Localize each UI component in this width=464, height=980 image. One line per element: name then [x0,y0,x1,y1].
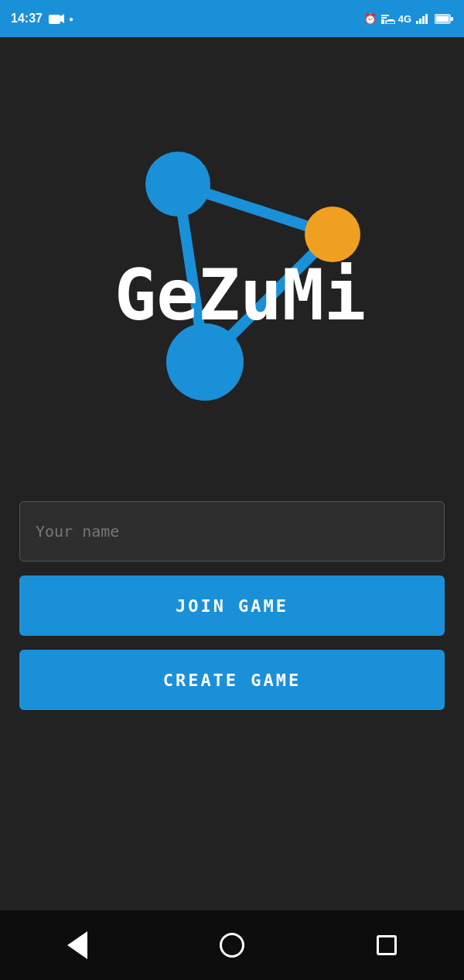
svg-rect-8 [419,19,421,24]
camera-icon [49,13,64,24]
svg-rect-2 [381,19,384,24]
svg-marker-1 [60,14,64,23]
cast-icon [381,13,395,24]
svg-rect-13 [436,15,449,22]
dot-icon: ● [69,15,73,23]
back-icon [67,931,87,959]
svg-rect-3 [381,17,387,19]
svg-rect-10 [425,14,428,24]
back-button[interactable] [58,926,97,965]
home-icon [220,933,244,958]
svg-rect-0 [49,15,60,24]
svg-text:GeZuMi: GeZuMi [114,254,366,336]
recents-button[interactable] [367,926,406,965]
nav-bar [0,910,464,980]
recents-icon [377,935,397,955]
join-game-button[interactable]: JOIN GAME [19,575,445,636]
main-content: GeZuMi JOIN GAME CREATE GAME [0,37,464,910]
battery-icon [435,14,453,24]
svg-rect-7 [416,21,418,24]
status-bar: 14:37 ● ⏰ 4G [0,0,464,37]
svg-rect-12 [451,17,453,21]
4g-icon: 4G [398,13,411,25]
controls-area: JOIN GAME CREATE GAME [15,501,449,710]
name-input[interactable] [19,501,445,562]
status-left-icons: ● [49,13,73,24]
logo-container: GeZuMi [70,114,394,455]
status-right-icons: ⏰ 4G [363,12,453,25]
svg-rect-6 [387,19,394,21]
svg-rect-9 [422,16,425,24]
signal-icon [416,13,430,24]
app-logo: GeZuMi [70,114,394,455]
svg-rect-5 [386,21,395,24]
home-button[interactable] [213,926,251,965]
status-left: 14:37 ● [11,12,73,26]
alarm-icon: ⏰ [363,12,377,25]
svg-rect-4 [381,15,389,16]
create-game-button[interactable]: CREATE GAME [19,650,445,710]
status-time: 14:37 [11,12,43,26]
logo-area: GeZuMi [15,68,449,501]
svg-point-17 [145,152,210,217]
